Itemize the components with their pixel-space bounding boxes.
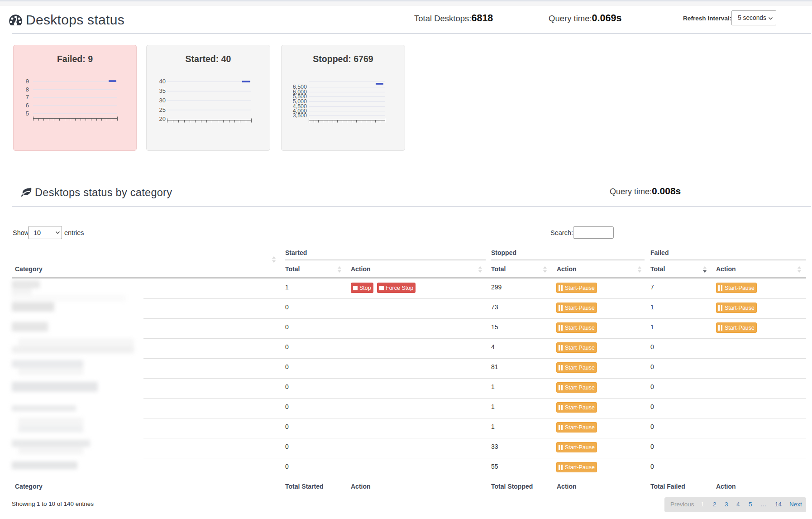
svg-text:6: 6 <box>26 102 29 109</box>
svg-text:5: 5 <box>26 110 29 117</box>
svg-text:25: 25 <box>159 106 166 113</box>
svg-text:20: 20 <box>159 115 166 122</box>
svg-text:3,500: 3,500 <box>293 112 307 119</box>
svg-text:9: 9 <box>26 78 29 85</box>
svg-text:8: 8 <box>26 86 29 93</box>
svg-text:7: 7 <box>26 94 29 101</box>
svg-text:40: 40 <box>159 78 166 85</box>
svg-text:30: 30 <box>159 97 166 104</box>
svg-text:35: 35 <box>159 87 166 94</box>
